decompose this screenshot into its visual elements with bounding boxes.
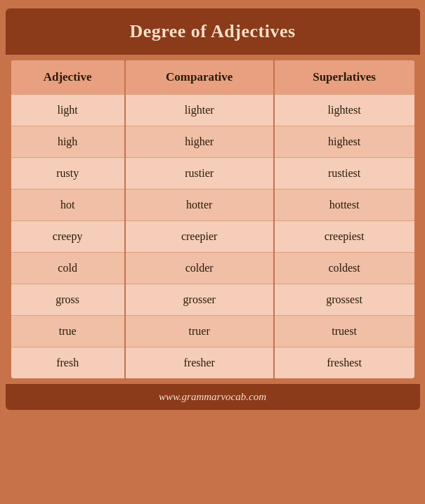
comparative-cell: rustier <box>125 158 274 190</box>
col-superlatives-header: Superlatives <box>274 60 414 95</box>
comparative-cell: grosser <box>125 284 274 316</box>
adjective-cell: light <box>11 95 125 126</box>
superlative-cell: highest <box>274 126 414 158</box>
superlative-cell: creepiest <box>274 221 414 253</box>
table-row: grossgrossergrossest <box>11 284 414 316</box>
superlative-cell: hottest <box>274 190 414 221</box>
adjective-cell: hot <box>11 190 125 221</box>
adjective-cell: cold <box>11 253 125 284</box>
comparative-cell: colder <box>125 253 274 284</box>
table-body: lightlighterlightesthighhigherhighestrus… <box>11 95 414 379</box>
footer-url: www.grammarvocab.com <box>6 384 420 410</box>
superlative-cell: rustiest <box>274 158 414 190</box>
comparative-cell: fresher <box>125 347 274 379</box>
adjective-cell: high <box>11 126 125 158</box>
superlative-cell: coldest <box>274 253 414 284</box>
table-row: hothotterhottest <box>11 190 414 221</box>
superlative-cell: freshest <box>274 347 414 379</box>
comparative-cell: truer <box>125 316 274 347</box>
col-comparative-header: Comparative <box>125 60 274 95</box>
table-row: truetruertruest <box>11 316 414 347</box>
table-header-row: Adjective Comparative Superlatives <box>11 60 414 95</box>
adjective-cell: fresh <box>11 347 125 379</box>
table-row: freshfresherfreshest <box>11 347 414 379</box>
table-container: Adjective Comparative Superlatives light… <box>11 60 414 378</box>
table-row: rustyrustierrustiest <box>11 158 414 190</box>
adjective-cell: rusty <box>11 158 125 190</box>
comparative-cell: creepier <box>125 221 274 253</box>
superlative-cell: grossest <box>274 284 414 316</box>
col-adjective-header: Adjective <box>11 60 125 95</box>
comparative-cell: lighter <box>125 95 274 126</box>
superlative-cell: truest <box>274 316 414 347</box>
table-row: lightlighterlightest <box>11 95 414 126</box>
page-title: Degree of Adjectives <box>6 8 420 55</box>
adjectives-table: Adjective Comparative Superlatives light… <box>11 60 414 378</box>
comparative-cell: hotter <box>125 190 274 221</box>
comparative-cell: higher <box>125 126 274 158</box>
adjective-cell: creepy <box>11 221 125 253</box>
adjective-cell: gross <box>11 284 125 316</box>
adjective-cell: true <box>11 316 125 347</box>
table-row: creepycreepiercreepiest <box>11 221 414 253</box>
table-row: coldcoldercoldest <box>11 253 414 284</box>
table-row: highhigherhighest <box>11 126 414 158</box>
superlative-cell: lightest <box>274 95 414 126</box>
outer-wrapper: Degree of Adjectives Adjective Comparati… <box>6 8 420 410</box>
